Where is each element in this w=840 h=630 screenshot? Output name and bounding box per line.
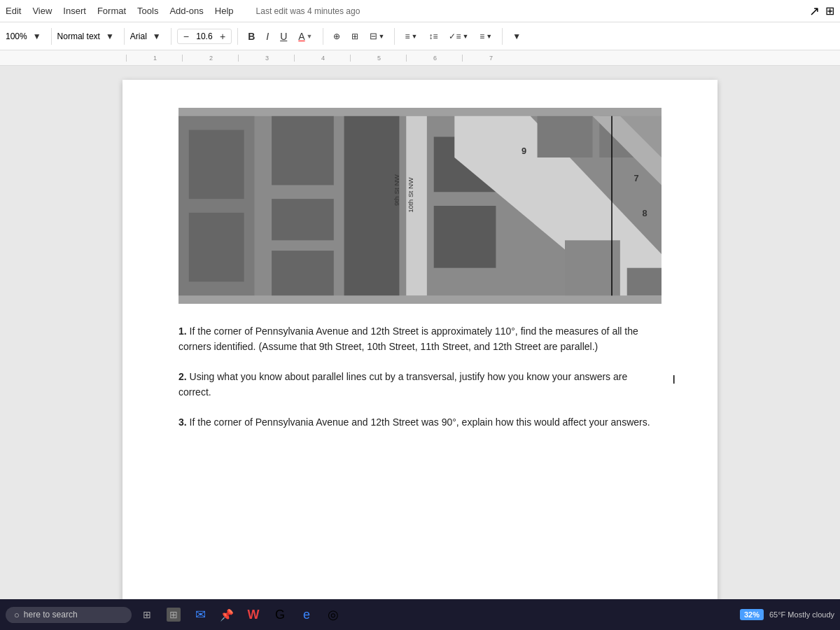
last-edit-status: Last edit was 4 minutes ago (256, 6, 360, 16)
separator-5 (323, 28, 323, 45)
italic-button[interactable]: I (262, 29, 273, 44)
style-group: Normal text ▼ (57, 29, 118, 43)
ruler-mark-1: 1 (126, 55, 182, 62)
question-3-text: If the corner of Pennsylvania Avenue and… (190, 416, 650, 428)
main-content: 9th St NW 10th St NW 9 7 8 1. If the cor… (0, 66, 840, 599)
svg-rect-6 (272, 251, 334, 295)
menu-item-help[interactable]: Help (215, 6, 234, 16)
task-view-icon: ⊞ (143, 609, 151, 620)
checklist-button[interactable]: ✓≡ ▼ (444, 29, 472, 43)
line-spacing-icon: ↕≡ (428, 31, 438, 41)
strikethrough-button[interactable]: A ▼ (294, 29, 316, 44)
line-spacing-button[interactable]: ↕≡ (424, 29, 442, 43)
align-arrow: ▼ (411, 33, 417, 40)
text-cursor: I (673, 374, 676, 386)
image-button[interactable]: ⊟ ▼ (365, 29, 389, 43)
menu-bar: Edit View Insert Format Tools Add-ons He… (0, 0, 840, 22)
taskbar-right: 32% 65°F Mostly cloudy (740, 609, 834, 620)
svg-rect-4 (272, 116, 334, 186)
pin-button[interactable]: 📌 (216, 603, 238, 626)
pin-icon: 📌 (220, 608, 234, 622)
font-arrow-icon: ▼ (153, 31, 161, 41)
image-arrow: ▼ (379, 33, 385, 40)
svg-rect-2 (189, 130, 244, 200)
ruler-mark-4: 4 (294, 55, 350, 62)
menu-item-edit[interactable]: Edit (6, 6, 21, 16)
checklist-arrow: ▼ (462, 33, 468, 40)
google-button[interactable]: G (269, 603, 291, 626)
font-size-group: − 10.6 + (177, 29, 232, 44)
list-icon: ≡ (479, 31, 484, 41)
underline-button[interactable]: U (276, 29, 291, 44)
edge-button[interactable]: e (295, 603, 318, 626)
zoom-dropdown-button[interactable]: ▼ (29, 29, 46, 43)
align-button[interactable]: ≡ ▼ (400, 29, 421, 43)
svg-rect-5 (272, 199, 334, 240)
menu-left: Edit View Insert Format Tools Add-ons He… (6, 6, 360, 16)
style-arrow-icon: ▼ (106, 31, 114, 41)
zoom-value: 100% (6, 31, 27, 41)
svg-rect-10 (434, 206, 496, 268)
chrome-button[interactable]: ◎ (322, 603, 344, 626)
separator-2 (124, 28, 125, 45)
search-label: here to search (24, 610, 78, 620)
separator-4 (237, 28, 238, 45)
apps-grid-button[interactable]: ⊞ (162, 603, 185, 626)
task-view-button[interactable]: ⊞ (136, 603, 158, 626)
google-icon: G (275, 608, 285, 622)
bold-button[interactable]: B (244, 29, 259, 44)
svg-text:10th St NW: 10th St NW (407, 177, 414, 213)
menu-item-view[interactable]: View (32, 6, 52, 16)
ruler-mark-2: 2 (182, 55, 238, 62)
font-size-minus-button[interactable]: − (181, 31, 192, 42)
edge-icon: e (303, 608, 310, 622)
question-2: 2. Using what you know about parallel li… (178, 369, 662, 400)
menu-item-format[interactable]: Format (97, 6, 126, 16)
ruler-mark-7: 7 (462, 55, 518, 62)
menu-item-insert[interactable]: Insert (63, 6, 86, 16)
map-svg: 9th St NW 10th St NW 9 7 8 (178, 108, 662, 304)
more-options-button[interactable]: ▼ (508, 29, 525, 43)
menu-item-addons[interactable]: Add-ons (169, 6, 203, 16)
question-3: 3. If the corner of Pennsylvania Avenue … (178, 414, 662, 430)
font-size-plus-button[interactable]: + (217, 31, 228, 42)
svg-text:8: 8 (642, 208, 647, 218)
chrome-icon: ◎ (328, 607, 339, 622)
ruler-mark-6: 6 (406, 55, 462, 62)
font-group: Arial ▼ (130, 29, 165, 43)
strikethrough-label: A (298, 31, 304, 42)
toolbar: 100% ▼ Normal text ▼ Arial ▼ − 10.6 + B … (0, 22, 840, 50)
arrow-icon[interactable]: ↗ (809, 4, 820, 19)
taskbar-search[interactable]: ○ here to search (6, 607, 132, 623)
more-icon: ▼ (512, 31, 521, 41)
mail-icon: ✉ (195, 607, 206, 622)
taskbar: ○ here to search ⊞ ⊞ ✉ 📌 W G e ◎ 32% (0, 599, 840, 630)
question-1-number: 1. (178, 326, 187, 337)
svg-rect-3 (189, 213, 244, 282)
svg-text:9th St NW: 9th St NW (393, 174, 400, 206)
font-size-value: 10.6 (195, 31, 214, 41)
svg-rect-7 (344, 116, 400, 295)
link-button[interactable]: ⊕ (329, 29, 344, 43)
font-dropdown-button[interactable]: ▼ (148, 29, 165, 43)
comment-icon: ⊞ (351, 31, 358, 41)
style-dropdown-button[interactable]: ▼ (102, 29, 118, 43)
list-button[interactable]: ≡ ▼ (475, 29, 496, 43)
list-arrow: ▼ (486, 33, 492, 40)
align-icon: ≡ (405, 31, 410, 41)
checklist-icon: ✓≡ (449, 31, 461, 41)
top-icons: ↗ ⊞ (809, 4, 834, 19)
svg-rect-12 (538, 116, 593, 158)
comment-button[interactable]: ⊞ (347, 29, 363, 43)
separator-3 (171, 28, 172, 45)
ruler: 1 2 3 4 5 6 7 (0, 50, 840, 66)
question-1: 1. If the corner of Pennsylvania Avenue … (178, 323, 662, 355)
search-icon: ○ (14, 610, 20, 620)
zoom-arrow-icon: ▼ (33, 31, 41, 41)
expand-icon[interactable]: ⊞ (825, 4, 834, 18)
mail-button[interactable]: ✉ (189, 603, 211, 626)
document-page: 9th St NW 10th St NW 9 7 8 1. If the cor… (122, 80, 718, 599)
word-button[interactable]: W (242, 603, 265, 626)
menu-item-tools[interactable]: Tools (137, 6, 158, 16)
separator-6 (394, 28, 395, 45)
